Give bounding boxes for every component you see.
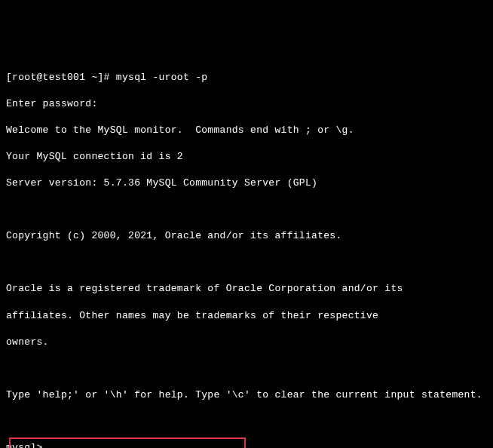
help-line: Type 'help;' or '\h' for help. Type '\c'… <box>6 388 487 402</box>
trademark-line-1: Oracle is a registered trademark of Orac… <box>6 282 487 296</box>
connection-id-line: Your MySQL connection id is 2 <box>6 150 487 164</box>
blank-line <box>6 415 487 428</box>
blank-line <box>6 362 487 376</box>
mysql-prompt[interactable]: mysql> <box>6 441 487 448</box>
server-version-line: Server version: 5.7.36 MySQL Community S… <box>6 176 487 190</box>
enter-password-line: Enter password: <box>6 97 487 111</box>
shell-prompt-line: [root@test001 ~]# mysql -uroot -p <box>6 71 487 84</box>
trademark-line-3: owners. <box>6 336 487 349</box>
blank-line <box>6 256 487 269</box>
terminal-output: [root@test001 ~]# mysql -uroot -p Enter … <box>6 57 487 448</box>
welcome-line: Welcome to the MySQL monitor. Commands e… <box>6 124 487 137</box>
blank-line <box>6 203 487 216</box>
trademark-line-2: affiliates. Other names may be trademark… <box>6 309 487 323</box>
copyright-line: Copyright (c) 2000, 2021, Oracle and/or … <box>6 229 487 243</box>
